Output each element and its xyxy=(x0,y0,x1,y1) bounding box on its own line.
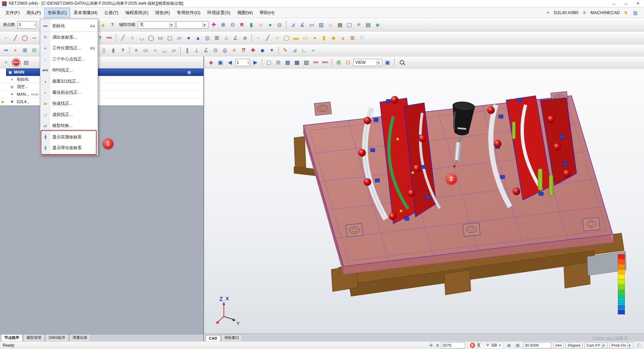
menu-item[interactable]: 视图(W) xyxy=(234,8,256,18)
toolbar-icon[interactable]: ▥ xyxy=(317,20,326,29)
toolbar-icon[interactable]: ▢ xyxy=(264,58,273,67)
toolbar-icon[interactable]: ∥ xyxy=(183,46,192,55)
toolbar-icon[interactable]: ⊥ xyxy=(192,46,201,55)
toolbar-icon[interactable]: ◀ xyxy=(226,58,234,67)
point-count-input[interactable]: 0 ▴▾ xyxy=(17,21,37,29)
menu-option[interactable]: ≫ 快速找正... xyxy=(40,98,98,109)
toolbar-icon[interactable] xyxy=(278,46,279,54)
ime-punct-toggle[interactable]: ', xyxy=(483,343,485,348)
toolbar-icon[interactable]: · xyxy=(254,34,263,42)
minimize-button[interactable]: — xyxy=(608,0,620,7)
toolbar-icon[interactable]: ⌂ xyxy=(326,20,335,29)
chevron-down-icon[interactable]: ▾ xyxy=(601,343,605,348)
toolbar-icon[interactable]: ● xyxy=(184,34,193,42)
toolbar-icon[interactable]: ╱ xyxy=(118,34,127,42)
toolbar-icon[interactable]: ○ xyxy=(128,34,137,42)
toolbar-icon[interactable] xyxy=(251,34,252,42)
toolbar-icon[interactable]: ▶ xyxy=(251,58,260,67)
toolbar-icon[interactable]: ▭ xyxy=(301,34,310,42)
toolbar-icon[interactable]: ◡ xyxy=(137,34,146,42)
menu-item[interactable]: 编程系统(E) xyxy=(122,8,152,18)
toolbar-icon[interactable]: ▭ xyxy=(307,20,316,29)
panel-tab[interactable]: 模型管理 xyxy=(23,334,45,341)
toolbar-icon[interactable]: ▣ xyxy=(383,58,392,67)
toolbar-icon[interactable]: ⊙ xyxy=(228,20,237,29)
toolbar-icon[interactable]: ◯ xyxy=(282,34,291,42)
resize-grip[interactable] xyxy=(637,343,641,348)
toolbar-icon[interactable]: ✚ xyxy=(249,46,257,55)
menu-option[interactable]: Init 初始化 F4 xyxy=(40,20,98,32)
toolbar-icon[interactable]: ⌐ xyxy=(309,46,318,55)
panel-tab[interactable]: 节点程序 xyxy=(1,334,22,341)
toolbar-icon[interactable]: ⊞ xyxy=(274,58,283,67)
toolbar-icon[interactable]: ● xyxy=(310,34,319,42)
toolbar-icon[interactable]: DMO xyxy=(321,58,330,67)
toolbar-icon[interactable]: ▮ xyxy=(109,46,118,55)
toolbar-icon[interactable]: ▲ xyxy=(194,34,202,42)
toolbar-icon[interactable]: ▮ xyxy=(320,34,329,42)
toolbar-icon[interactable]: ▦ xyxy=(283,58,292,67)
toolbar-icon[interactable]: ▩ xyxy=(293,58,301,67)
viewport-tab[interactable]: CAD xyxy=(206,335,220,341)
toolbar-icon[interactable]: ⊞ xyxy=(20,46,29,55)
toolbar-icon[interactable]: ◍ xyxy=(275,20,284,29)
ime-lang-toggle[interactable]: 英 xyxy=(477,343,481,348)
table-icon[interactable]: ▦ xyxy=(188,70,191,75)
toolbar-icon[interactable]: · xyxy=(2,34,10,42)
toolbar-icon[interactable] xyxy=(286,21,287,29)
toolbar-icon[interactable]: ⊞ xyxy=(348,34,357,42)
toolbar-icon[interactable]: ⌀ xyxy=(241,34,249,42)
toolbar-icon[interactable]: ⌂ xyxy=(222,34,231,42)
toolbar-icon[interactable]: ▯ xyxy=(100,46,108,55)
x-coordinate-input[interactable]: 3379. xyxy=(441,342,465,348)
tree-node[interactable]: ⊘ 清空... xyxy=(0,83,203,91)
menu-option[interactable]: ◖ 曲面321找正... xyxy=(40,76,98,87)
toolbar-icon[interactable]: ∷ xyxy=(357,34,366,42)
toolbar-icon[interactable]: ? xyxy=(108,20,117,29)
tree-node[interactable]: ▼ D2L4... xyxy=(0,98,203,105)
angle-unit-select[interactable]: Degree xyxy=(566,342,583,348)
view-select[interactable]: VIEW ▾ xyxy=(353,59,382,66)
toolbar-icon[interactable]: ▦ xyxy=(336,20,344,29)
display-settings-icon[interactable]: ▥ xyxy=(632,9,639,16)
toolbar-icon[interactable]: ⌖ xyxy=(11,46,20,55)
ime-menu-icon[interactable]: ≡ xyxy=(499,343,501,348)
toolbar-icon[interactable]: ✎ xyxy=(281,46,290,55)
toolbar-icon[interactable]: ✚ xyxy=(209,20,218,29)
sogou-icon[interactable]: S xyxy=(470,343,475,348)
toolbar-icon[interactable]: ✳ xyxy=(354,20,363,29)
toolbar-icon[interactable]: ▲ xyxy=(339,34,347,42)
toolbar-icon[interactable]: ▨ xyxy=(302,58,311,67)
toolbar-icon[interactable]: PBS xyxy=(105,34,114,42)
toolbar-icon[interactable] xyxy=(129,46,130,54)
toolbar-icon[interactable]: ▲ xyxy=(99,20,107,29)
toolbar-icon[interactable]: ○ xyxy=(151,46,159,55)
menu-option[interactable]: ↻ 调出坐标系... xyxy=(40,32,98,43)
toolbar-icon[interactable]: ▱ xyxy=(175,34,184,42)
toolbar-icon[interactable]: ⇈ xyxy=(239,46,248,55)
chevron-down-icon[interactable]: ▾ xyxy=(169,23,173,27)
toolbar-icon[interactable]: ▢ xyxy=(345,20,354,29)
panel-tab[interactable]: 测量结果 xyxy=(69,334,91,341)
feature-number-input[interactable]: 1 ▴▾ xyxy=(235,59,250,66)
toolbar-icon[interactable]: Init xyxy=(2,46,10,55)
toolbar-icon[interactable]: ▢ xyxy=(165,34,174,42)
menu-option[interactable]: ⌖ 工件位置找正... F5 xyxy=(40,43,98,54)
menu-option[interactable]: RPS RPS找正... xyxy=(40,65,98,76)
tree-node[interactable]: ✦ MAN... Mode xyxy=(0,91,203,98)
toolbar-icon[interactable]: DMI xyxy=(311,58,320,67)
chevron-down-icon[interactable]: ▾ xyxy=(376,60,380,65)
toolbar-icon[interactable]: ◆ xyxy=(258,46,267,55)
toolbar-icon[interactable]: ⊙ xyxy=(211,46,220,55)
probe-tree-icon[interactable]: ⊕ xyxy=(506,342,512,349)
document-icon[interactable]: ▤ xyxy=(22,58,31,67)
tree-node[interactable]: ⌖ 初始化 xyxy=(0,76,203,83)
toolbar-icon[interactable]: R xyxy=(238,20,246,29)
chevron-down-icon[interactable]: ▾ xyxy=(627,343,631,348)
unit-select[interactable]: mm xyxy=(553,342,564,348)
menu-option[interactable]: ◇ 虚拟找正... xyxy=(40,109,98,120)
toolbar-icon[interactable]: ∡ xyxy=(298,20,307,29)
chevron-down-icon[interactable]: ▾ xyxy=(202,23,206,27)
toolbar-icon[interactable]: ⊡ xyxy=(344,58,352,67)
run-icon[interactable]: ≈ xyxy=(2,58,10,67)
